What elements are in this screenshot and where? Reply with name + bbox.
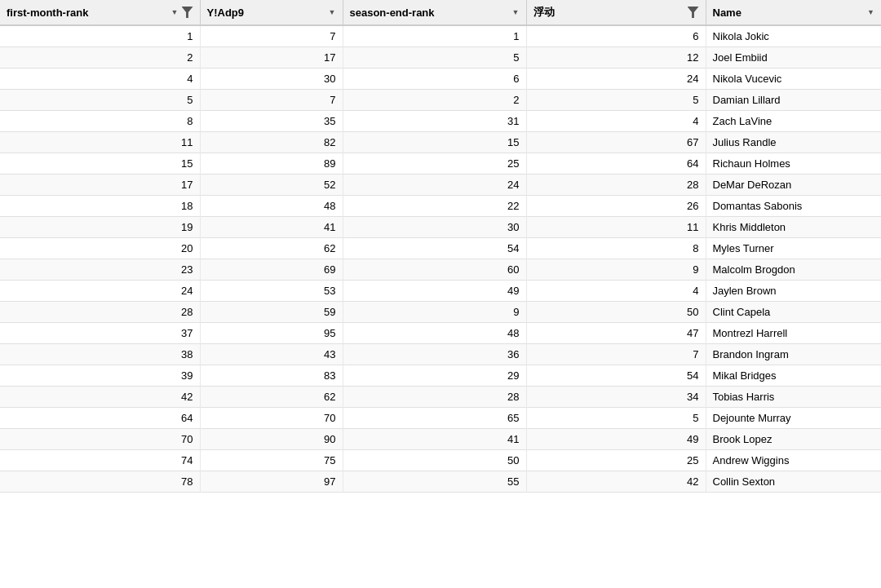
- data-cell: 18: [0, 196, 200, 217]
- name-cell: Joel Embiid: [706, 47, 881, 69]
- name-cell: Khris Middleton: [706, 217, 881, 238]
- data-cell: 17: [200, 47, 343, 69]
- col-dropdown-yadp9[interactable]: ▼: [329, 8, 336, 16]
- data-cell: 83: [200, 365, 343, 387]
- table-row: 19413011Khris Middleton: [0, 217, 881, 238]
- col-header-label-season-end-rank: season-end-rank: [350, 7, 511, 19]
- table-row: 42622834Tobias Harris: [0, 387, 881, 408]
- data-cell: 19: [0, 217, 200, 238]
- data-cell: 28: [526, 175, 706, 196]
- table-row: 39832954Mikal Bridges: [0, 365, 881, 387]
- data-cell: 24: [0, 281, 200, 302]
- col-header-first-month-rank[interactable]: first-month-rank ▼: [0, 0, 200, 25]
- table-row: 835314Zach LaVine: [0, 111, 881, 132]
- data-cell: 25: [526, 450, 706, 471]
- data-cell: 4: [526, 281, 706, 302]
- table-row: 11821567Julius Randle: [0, 132, 881, 153]
- data-cell: 64: [0, 408, 200, 429]
- col-header-label-name: Name: [713, 7, 866, 19]
- data-cell: 70: [0, 429, 200, 450]
- data-cell: 50: [526, 302, 706, 323]
- name-cell: Collin Sexton: [706, 471, 881, 493]
- data-cell: 89: [200, 153, 343, 175]
- table-row: 15892564Richaun Holmes: [0, 153, 881, 175]
- table-row: 74755025Andrew Wiggins: [0, 450, 881, 471]
- data-cell: 24: [526, 69, 706, 90]
- table-row: 17522428DeMar DeRozan: [0, 175, 881, 196]
- data-cell: 15: [343, 132, 526, 153]
- table-row: 5725Damian Lillard: [0, 90, 881, 111]
- data-cell: 25: [343, 153, 526, 175]
- data-cell: 31: [343, 111, 526, 132]
- data-cell: 28: [0, 302, 200, 323]
- col-header-label-first-month-rank: first-month-rank: [7, 7, 170, 19]
- data-cell: 29: [343, 365, 526, 387]
- data-cell: 11: [526, 217, 706, 238]
- col-dropdown-first-month-rank[interactable]: ▼: [171, 8, 179, 16]
- data-cell: 9: [343, 302, 526, 323]
- data-cell: 69: [200, 259, 343, 281]
- data-cell: 11: [0, 132, 200, 153]
- data-cell: 60: [343, 259, 526, 281]
- table-row: 18482226Domantas Sabonis: [0, 196, 881, 217]
- data-cell: 36: [343, 344, 526, 365]
- data-cell: 75: [200, 450, 343, 471]
- table-row: 78975542Collin Sexton: [0, 471, 881, 493]
- data-cell: 8: [0, 111, 200, 132]
- data-cell: 9: [526, 259, 706, 281]
- table-row: 2369609Malcolm Brogdon: [0, 259, 881, 281]
- data-cell: 7: [526, 344, 706, 365]
- data-cell: 2: [343, 90, 526, 111]
- col-header-float[interactable]: 浮动: [526, 0, 706, 25]
- name-cell: Jaylen Brown: [706, 281, 881, 302]
- data-cell: 5: [526, 408, 706, 429]
- col-dropdown-name[interactable]: ▼: [867, 8, 874, 16]
- data-cell: 97: [200, 471, 343, 493]
- table-header-row: first-month-rank ▼ Y!Adp9 ▼ season-end-r…: [0, 0, 881, 25]
- col-dropdown-season-end-rank[interactable]: ▼: [512, 8, 520, 16]
- table-row: 2859950Clint Capela: [0, 302, 881, 323]
- data-cell: 12: [526, 47, 706, 69]
- col-header-season-end-rank[interactable]: season-end-rank ▼: [343, 0, 526, 25]
- name-cell: Montrezl Harrell: [706, 323, 881, 344]
- data-cell: 64: [526, 153, 706, 175]
- name-cell: Brook Lopez: [706, 429, 881, 450]
- data-cell: 95: [200, 323, 343, 344]
- data-cell: 39: [0, 365, 200, 387]
- name-cell: Nikola Vucevic: [706, 69, 881, 90]
- name-cell: Domantas Sabonis: [706, 196, 881, 217]
- data-cell: 4: [526, 111, 706, 132]
- data-cell: 50: [343, 450, 526, 471]
- table-row: 6470655Dejounte Murray: [0, 408, 881, 429]
- data-cell: 48: [200, 196, 343, 217]
- name-cell: Julius Randle: [706, 132, 881, 153]
- data-cell: 42: [526, 471, 706, 493]
- table-row: 3843367Brandon Ingram: [0, 344, 881, 365]
- data-cell: 74: [0, 450, 200, 471]
- col-filter-float[interactable]: [688, 7, 699, 18]
- name-cell: Nikola Jokic: [706, 25, 881, 47]
- data-cell: 6: [343, 69, 526, 90]
- col-header-yadp9[interactable]: Y!Adp9 ▼: [200, 0, 343, 25]
- data-cell: 26: [526, 196, 706, 217]
- col-header-name[interactable]: Name ▼: [706, 0, 881, 25]
- col-header-label-yadp9: Y!Adp9: [207, 7, 327, 19]
- name-cell: Dejounte Murray: [706, 408, 881, 429]
- col-filter-first-month-rank[interactable]: [182, 7, 193, 18]
- data-cell: 48: [343, 323, 526, 344]
- data-cell: 22: [343, 196, 526, 217]
- data-cell: 30: [200, 69, 343, 90]
- data-cell: 90: [200, 429, 343, 450]
- data-cell: 54: [343, 238, 526, 259]
- data-cell: 2: [0, 47, 200, 69]
- data-cell: 55: [343, 471, 526, 493]
- data-cell: 1: [0, 25, 200, 47]
- data-cell: 82: [200, 132, 343, 153]
- data-cell: 8: [526, 238, 706, 259]
- name-cell: Damian Lillard: [706, 90, 881, 111]
- name-cell: Myles Turner: [706, 238, 881, 259]
- data-cell: 41: [343, 429, 526, 450]
- data-cell: 42: [0, 387, 200, 408]
- name-cell: DeMar DeRozan: [706, 175, 881, 196]
- data-cell: 41: [200, 217, 343, 238]
